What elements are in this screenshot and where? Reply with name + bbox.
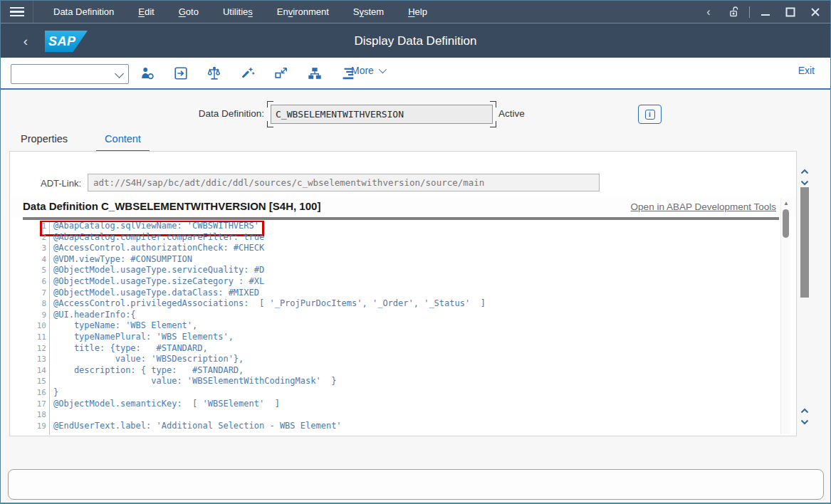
code-text: @ObjectModel.usageType.serviceQuality: #…: [53, 265, 264, 276]
menu-item-system[interactable]: System: [353, 6, 384, 17]
gui-back-icon[interactable]: ‹: [699, 3, 718, 21]
status-bar[interactable]: [8, 469, 824, 500]
code-line[interactable]: 1@AbapCatalog.sqlViewName: 'CWBSWITHVERS…: [10, 221, 779, 232]
controls-divider: [749, 6, 750, 18]
chevron-down-icon: [379, 65, 387, 73]
menu-item-help[interactable]: Help: [408, 6, 427, 17]
check-icon[interactable]: [204, 63, 224, 83]
code-line[interactable]: 15 value: 'WBSElementWithCodingMask' }: [10, 376, 779, 387]
scroll-down-icon[interactable]: [800, 176, 809, 182]
code-text: @AccessControl.authorizationCheck: #CHEC…: [53, 243, 264, 254]
document-title: Data Definition C_WBSELEMENTWITHVERSION …: [23, 200, 320, 212]
tab-content[interactable]: Content: [96, 133, 150, 152]
line-number: 6: [10, 276, 46, 288]
menu-item-goto[interactable]: Goto: [179, 6, 199, 17]
code-line[interactable]: 12 title: {type: #STANDARD,: [10, 343, 779, 355]
code-line[interactable]: 17@ObjectModel.semanticKey: [ 'WBSElemen…: [10, 399, 779, 410]
back-button[interactable]: ‹: [16, 32, 35, 51]
command-field[interactable]: [11, 64, 129, 84]
code-line[interactable]: 3@AccessControl.authorizationCheck: #CHE…: [10, 243, 779, 254]
line-number: 15: [10, 376, 46, 387]
line-number: 18: [10, 409, 46, 421]
line-number: 7: [10, 288, 46, 299]
line-number: 1: [10, 221, 46, 232]
line-number: 10: [10, 320, 46, 332]
scroll-up-icon[interactable]: [800, 164, 809, 170]
code-text: @AccessControl.privilegedAssociations: […: [53, 298, 486, 310]
code-line[interactable]: 16}: [10, 387, 779, 399]
sap-gui-window: Data DefinitionEditGotoUtilitiesEnvironm…: [0, 0, 831, 504]
title-bar: Display Data Definition ‹ SAP: [1, 23, 830, 58]
tab-properties[interactable]: Properties: [21, 133, 68, 152]
other-object-icon[interactable]: [137, 63, 157, 83]
document-header: Data Definition C_WBSELEMENTWITHVERSION …: [10, 197, 796, 218]
code-scrollbar-thumb[interactable]: [783, 209, 789, 238]
line-number: 13: [10, 354, 46, 365]
data-definition-value: C_WBSELEMENTWITHVERSION: [276, 109, 404, 120]
page-scrollbar[interactable]: [799, 154, 810, 432]
focus-corner: [490, 101, 496, 107]
code-text: @UI.headerInfo:{: [53, 310, 136, 321]
menu-item-data-definition[interactable]: Data Definition: [53, 6, 114, 17]
line-number: 14: [10, 365, 46, 377]
tab-strip: Properties Content: [21, 133, 141, 152]
scroll-up-icon[interactable]: [800, 404, 809, 409]
data-definition-label: Data Definition:: [199, 108, 264, 119]
code-text: @ObjectModel.semanticKey: [ 'WBSElement'…: [53, 399, 280, 410]
focus-corner: [490, 121, 496, 127]
maximize-button[interactable]: [781, 3, 800, 21]
info-button[interactable]: i: [638, 105, 662, 124]
menu-items: Data DefinitionEditGotoUtilitiesEnvironm…: [53, 6, 427, 17]
code-line[interactable]: 4@VDM.viewType: #CONSUMPTION: [10, 254, 779, 266]
code-line[interactable]: 5@ObjectModel.usageType.serviceQuality: …: [10, 265, 779, 276]
focus-corner: [267, 121, 273, 127]
menu-item-environment[interactable]: Environment: [277, 6, 329, 17]
pretty-printer-icon[interactable]: [238, 63, 258, 83]
chevron-down-icon: [115, 69, 124, 78]
hamburger-menu-icon[interactable]: [1, 1, 33, 23]
adt-link-value: adt://S4H/sap/bc/adt/ddic/ddl/sources/c_…: [93, 177, 484, 188]
adt-link-field[interactable]: adt://S4H/sap/bc/adt/ddic/ddl/sources/c_…: [88, 174, 600, 191]
code-line[interactable]: 8@AccessControl.privilegedAssociations: …: [10, 298, 779, 310]
code-line[interactable]: 2@AbapCatalog.compiler.compareFilter: tr…: [10, 232, 779, 243]
code-text: @ObjectModel.usageType.dataClass: #MIXED: [53, 288, 259, 299]
code-line[interactable]: 11 typeNamePlural: 'WBS Elements',: [10, 332, 779, 343]
open-in-adt-link[interactable]: Open in ABAP Development Tools: [631, 201, 776, 212]
code-line[interactable]: 13 value: 'WBSDescription'},: [10, 354, 779, 365]
code-line[interactable]: 9@UI.headerInfo:{: [10, 310, 779, 321]
menu-item-edit[interactable]: Edit: [138, 6, 154, 17]
hierarchy-icon[interactable]: [305, 63, 325, 83]
status-active-label: Active: [498, 108, 525, 119]
code-line[interactable]: 7@ObjectModel.usageType.dataClass: #MIXE…: [10, 288, 779, 299]
line-number: 8: [10, 298, 46, 310]
menu-item-utilities[interactable]: Utilities: [223, 6, 253, 17]
info-icon: i: [645, 110, 655, 120]
line-number: 3: [10, 243, 46, 254]
code-line[interactable]: 18: [10, 409, 779, 421]
unlock-icon[interactable]: [724, 3, 743, 21]
more-button[interactable]: More: [351, 65, 385, 76]
page-scrollbar-thumb[interactable]: [800, 187, 809, 298]
line-number: 5: [10, 265, 46, 276]
display-object-icon[interactable]: [171, 63, 191, 83]
code-line[interactable]: 14 description: { type: #STANDARD,: [10, 365, 779, 377]
line-number: 12: [10, 343, 46, 355]
scroll-up-icon[interactable]: ▲: [782, 200, 790, 207]
code-text: typeNamePlural: 'WBS Elements',: [53, 332, 234, 343]
exit-button[interactable]: Exit: [798, 65, 815, 76]
code-line[interactable]: 10 typeName: 'WBS Element',: [10, 320, 779, 332]
code-line[interactable]: 6@ObjectModel.usageType.sizeCategory : #…: [10, 276, 779, 288]
line-number: 19: [10, 421, 46, 432]
window-controls: ‹: [699, 1, 825, 23]
toolbar: More Exit: [1, 58, 830, 90]
code-line[interactable]: 19@EndUserText.label: 'Additional Select…: [10, 421, 779, 432]
close-button[interactable]: [806, 3, 825, 21]
code-scrollbar[interactable]: ▲: [780, 199, 790, 434]
content-panel: ADT-Link: adt://S4H/sap/bc/adt/ddic/ddl/…: [9, 151, 797, 436]
minimize-button[interactable]: [756, 3, 775, 21]
header-separator: [23, 217, 779, 220]
resize-icon[interactable]: [271, 63, 291, 83]
code-editor[interactable]: 1@AbapCatalog.sqlViewName: 'CWBSWITHVERS…: [10, 221, 779, 435]
scroll-down-icon[interactable]: [800, 415, 809, 421]
data-definition-field[interactable]: C_WBSELEMENTWITHVERSION: [271, 105, 493, 124]
